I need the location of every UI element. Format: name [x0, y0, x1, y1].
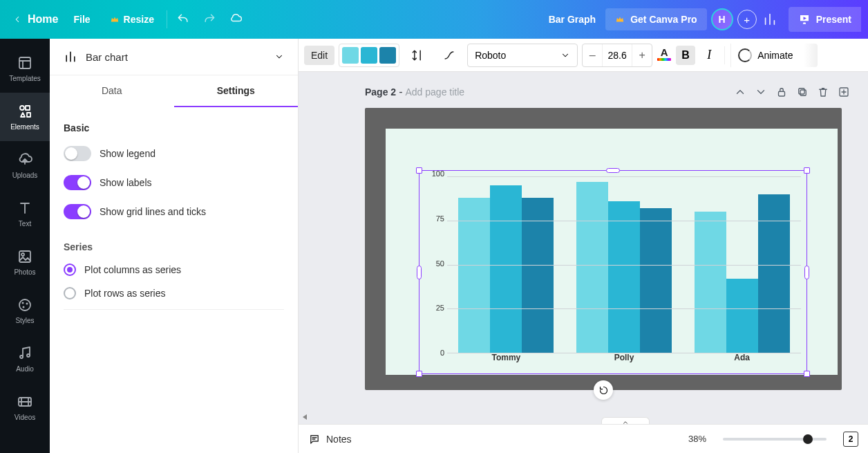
resize-handle-tr[interactable] — [804, 167, 810, 174]
file-menu[interactable]: File — [64, 8, 100, 30]
font-family-select[interactable]: Roboto — [467, 44, 578, 67]
notes-button[interactable]: Notes — [308, 433, 352, 445]
user-avatar[interactable]: H — [711, 8, 733, 30]
zoom-slider-knob[interactable] — [803, 434, 813, 444]
rail-styles[interactable]: Styles — [0, 286, 50, 335]
animate-button[interactable]: Animate — [730, 44, 800, 67]
bar[interactable] — [608, 201, 640, 353]
svg-point-6 — [22, 302, 24, 304]
font-size-increase[interactable]: + — [632, 44, 652, 66]
svg-point-8 — [23, 306, 25, 308]
page-add-button[interactable] — [833, 82, 854, 102]
spacing-button[interactable] — [404, 44, 431, 66]
italic-button[interactable]: I — [699, 48, 719, 62]
y-tick-label: 75 — [436, 214, 444, 223]
tab-data[interactable]: Data — [50, 75, 174, 107]
text-color-button[interactable]: A — [657, 48, 672, 63]
x-category-label: Polly — [565, 353, 683, 368]
series-color-swatches — [339, 44, 399, 67]
insights-button[interactable] — [757, 6, 783, 33]
selected-chart-element[interactable]: 0255075100 TommyPollyAda — [419, 170, 807, 374]
chart-settings-panel: Bar chart Data Settings Basic Show legen… — [50, 39, 299, 453]
bar[interactable] — [490, 185, 522, 353]
slide-background[interactable]: 0255075100 TommyPollyAda — [386, 129, 838, 375]
present-label: Present — [816, 14, 851, 25]
get-pro-button[interactable]: Get Canva Pro — [605, 8, 706, 30]
rail-elements[interactable]: Elements — [0, 93, 50, 141]
page-up-button[interactable] — [730, 82, 751, 102]
page-title-input[interactable]: Add page title — [405, 86, 464, 98]
page-header: Page 2 - Add page title — [299, 72, 868, 108]
resize-handle-t[interactable] — [606, 168, 620, 173]
resize-button[interactable]: Resize — [100, 8, 164, 30]
toggle-show-labels[interactable] — [64, 175, 91, 190]
add-collaborator-button[interactable]: + — [737, 10, 757, 29]
page-duplicate-button[interactable] — [792, 82, 813, 102]
radio-plot-columns-input[interactable] — [64, 264, 76, 276]
page-number-label: Page 2 — [365, 86, 396, 98]
font-size-decrease[interactable]: – — [583, 44, 602, 66]
page-down-button[interactable] — [751, 82, 771, 102]
rail-photos[interactable]: Photos — [0, 238, 50, 286]
bold-button[interactable]: B — [676, 46, 695, 65]
rail-uploads[interactable]: Uploads — [0, 141, 50, 189]
svg-rect-3 — [19, 251, 30, 262]
rail-videos[interactable]: Videos — [0, 383, 50, 432]
y-tick-label: 50 — [436, 259, 444, 268]
section-series-title: Series — [50, 226, 298, 258]
panel-tabs: Data Settings — [50, 75, 298, 107]
swatch-series-1[interactable] — [342, 47, 359, 64]
edit-button[interactable]: Edit — [304, 46, 334, 65]
radio-plot-rows[interactable]: Plot rows as series — [50, 281, 298, 305]
svg-rect-14 — [799, 89, 804, 94]
canvas-area[interactable]: Page 2 - Add page title 0255075100 — [299, 72, 868, 424]
toggle-show-labels-label: Show labels — [100, 177, 152, 188]
rail-templates[interactable]: Templates — [0, 44, 50, 93]
context-toolbar: Edit Roboto – + A B I Animate — [299, 39, 868, 72]
undo-button[interactable] — [170, 6, 196, 33]
zoom-level[interactable]: 38% — [688, 434, 706, 444]
bar[interactable] — [576, 182, 608, 353]
document-name[interactable]: Bar Graph — [539, 14, 605, 25]
page-delete-button[interactable] — [813, 82, 833, 102]
resize-handle-l[interactable] — [417, 266, 422, 279]
resize-handle-tl[interactable] — [416, 167, 422, 174]
horizontal-scroll-left[interactable] — [303, 414, 307, 420]
rotate-handle[interactable] — [594, 380, 613, 400]
bar[interactable] — [640, 208, 672, 353]
bar[interactable] — [758, 194, 790, 353]
page-canvas[interactable]: 0255075100 TommyPollyAda — [365, 108, 842, 390]
tab-settings[interactable]: Settings — [174, 75, 299, 107]
zoom-slider[interactable] — [723, 438, 827, 441]
page-count-badge[interactable]: 2 — [843, 432, 858, 447]
rail-text[interactable]: Text — [0, 189, 50, 238]
toggle-show-grid[interactable] — [64, 204, 91, 219]
swatch-series-3[interactable] — [379, 47, 396, 64]
svg-point-7 — [26, 303, 28, 305]
font-family-label: Roboto — [475, 50, 506, 61]
animate-label: Animate — [757, 50, 793, 61]
radio-plot-columns[interactable]: Plot columns as series — [50, 258, 298, 281]
home-button[interactable]: Home — [7, 9, 64, 30]
cloud-sync-icon[interactable] — [223, 6, 249, 33]
line-style-button[interactable] — [435, 44, 463, 66]
grid-line — [447, 265, 801, 266]
redo-button[interactable] — [196, 6, 223, 33]
present-button[interactable]: Present — [789, 7, 861, 32]
resize-handle-bl[interactable] — [416, 371, 422, 377]
rail-audio[interactable]: Audio — [0, 335, 50, 383]
grid-line — [447, 308, 801, 309]
resize-label: Resize — [124, 14, 154, 25]
page-lock-button[interactable] — [771, 82, 792, 102]
resize-handle-r[interactable] — [804, 266, 809, 279]
toggle-show-legend[interactable] — [64, 146, 91, 161]
font-size-input[interactable] — [602, 44, 632, 66]
chart-type-dropdown[interactable]: Bar chart — [50, 39, 298, 75]
radio-plot-columns-label: Plot columns as series — [84, 264, 181, 275]
resize-handle-br[interactable] — [804, 371, 810, 377]
swatch-series-2[interactable] — [361, 47, 377, 64]
radio-plot-rows-input[interactable] — [64, 287, 76, 299]
bar[interactable] — [726, 279, 758, 353]
toolbar-overflow[interactable] — [804, 44, 818, 67]
bar[interactable] — [695, 212, 726, 353]
